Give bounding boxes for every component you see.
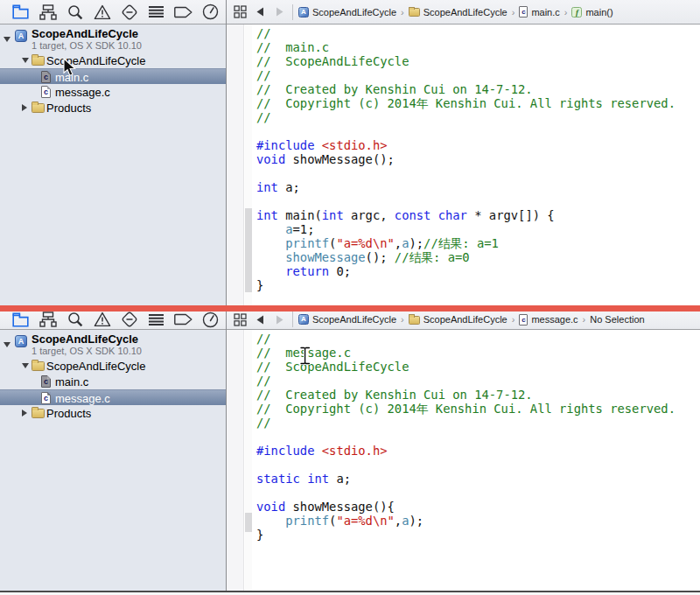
code-line[interactable]: printf("a=%d\n",a); <box>256 514 700 528</box>
log-navigator-icon[interactable] <box>197 312 224 328</box>
report-navigator-icon[interactable] <box>143 312 170 328</box>
code-view[interactable]: //// main.c// ScopeAndLifeCycle//// Crea… <box>256 26 700 292</box>
code-line[interactable]: int a; <box>256 180 700 194</box>
code-line[interactable]: } <box>256 278 700 292</box>
code-token: showMessage(){ <box>285 500 395 514</box>
back-button[interactable] <box>250 315 270 325</box>
symbol-navigator-icon[interactable] <box>34 4 61 21</box>
log-navigator-icon[interactable] <box>197 4 224 21</box>
issue-navigator-icon[interactable] <box>88 312 116 328</box>
code-line[interactable]: int main(int argc, const char * argv[]) … <box>256 208 700 222</box>
code-line[interactable] <box>256 194 700 208</box>
code-line[interactable]: void showMessage(); <box>256 152 700 166</box>
code-line[interactable]: // ScopeAndLifeCycle <box>256 360 700 374</box>
forward-button[interactable] <box>270 7 289 17</box>
breadcrumb-item[interactable]: cmessage.c <box>519 314 578 326</box>
tree-row-products[interactable]: Products <box>0 405 226 421</box>
code-line[interactable]: // main.c <box>256 40 700 54</box>
issue-navigator-icon[interactable] <box>88 4 116 21</box>
breadcrumb-item[interactable]: ScopeAndLifeCycle <box>409 314 508 325</box>
code-line[interactable]: // <box>256 332 700 346</box>
code-token: // <box>256 416 271 430</box>
tree-row-products[interactable]: Products <box>0 100 226 116</box>
tree-row-scopeandlifecycle[interactable]: ScopeAndLifeCycle <box>0 52 226 68</box>
project-subtitle: 1 target, OS X SDK 10.10 <box>32 346 142 356</box>
tree-row-main-c[interactable]: cmain.c <box>0 374 226 389</box>
project-icon: A <box>298 314 309 325</box>
breadcrumb-item[interactable]: cmain.c <box>519 6 559 18</box>
breadcrumb-item[interactable]: fmain() <box>571 7 612 18</box>
tag-navigator-icon[interactable] <box>170 4 197 21</box>
code-line[interactable]: // Created by Kenshin Cui on 14-7-12. <box>256 388 700 402</box>
report-navigator-icon[interactable] <box>143 4 170 21</box>
code-line[interactable]: // ScopeAndLifeCycle <box>256 54 700 68</box>
code-line[interactable] <box>256 486 700 500</box>
code-line[interactable]: // Created by Kenshin Cui on 14-7-12. <box>256 82 700 96</box>
sidebar-editor-divider[interactable] <box>226 312 227 591</box>
tag-navigator-icon[interactable] <box>170 312 197 328</box>
find-navigator-icon[interactable] <box>61 4 88 21</box>
breakpoint-navigator-icon[interactable] <box>116 312 143 328</box>
code-line[interactable]: // <box>256 374 700 388</box>
project-navigator-icon[interactable] <box>7 312 34 328</box>
code-token: ); <box>409 514 424 528</box>
source-editor[interactable]: //// message.c// ScopeAndLifeCycle//// C… <box>227 330 700 591</box>
disclosure-triangle-icon[interactable] <box>22 363 29 368</box>
code-line[interactable]: showMessage(); //结果: a=0 <box>256 250 700 264</box>
code-line[interactable]: printf("a=%d\n",a);//结果: a=1 <box>256 236 700 250</box>
code-line[interactable]: // message.c <box>256 346 700 360</box>
tree-row-main-c[interactable]: cmain.c <box>0 68 226 84</box>
related-items-icon[interactable] <box>229 5 250 18</box>
code-view[interactable]: //// message.c// ScopeAndLifeCycle//// C… <box>256 332 700 542</box>
breadcrumb-label: ScopeAndLifeCycle <box>312 7 396 18</box>
code-line[interactable] <box>256 458 700 472</box>
breadcrumb-item[interactable]: AScopeAndLifeCycle <box>298 314 396 325</box>
tree-row-message-c[interactable]: cmessage.c <box>0 84 226 100</box>
code-line[interactable] <box>256 124 700 138</box>
breakpoint-navigator-icon[interactable] <box>116 4 143 21</box>
symbol-navigator-icon[interactable] <box>34 312 61 328</box>
code-line[interactable]: static int a; <box>256 472 700 486</box>
code-line[interactable] <box>256 430 700 444</box>
code-fold-ribbon[interactable] <box>245 24 252 305</box>
code-line[interactable]: void showMessage(){ <box>256 500 700 514</box>
code-line[interactable]: // <box>256 26 700 40</box>
tree-item-label: main.c <box>55 375 88 388</box>
code-line[interactable]: // Copyright (c) 2014年 Kenshin Cui. All … <box>256 402 700 416</box>
tree-row-project[interactable]: AScopeAndLifeCycle1 target, OS X SDK 10.… <box>0 26 226 52</box>
sidebar-editor-divider[interactable] <box>226 0 227 305</box>
disclosure-triangle-icon[interactable] <box>22 410 27 416</box>
code-line[interactable]: // <box>256 110 700 124</box>
tree-row-scopeandlifecycle[interactable]: ScopeAndLifeCycle <box>0 358 226 374</box>
code-token: , <box>395 514 402 528</box>
disclosure-triangle-icon[interactable] <box>4 37 10 42</box>
related-items-icon[interactable] <box>229 313 250 326</box>
code-line[interactable] <box>256 166 700 180</box>
breadcrumb-item[interactable]: AScopeAndLifeCycle <box>298 7 396 18</box>
code-line[interactable]: return 0; <box>256 264 700 278</box>
disclosure-triangle-icon[interactable] <box>22 58 29 63</box>
disclosure-triangle-icon[interactable] <box>22 104 27 111</box>
code-line[interactable]: #include <stdio.h> <box>256 138 700 152</box>
find-navigator-icon[interactable] <box>61 312 88 328</box>
fold-region-showmessage-body[interactable] <box>245 513 252 532</box>
code-line[interactable]: } <box>256 528 700 542</box>
project-navigator-icon[interactable] <box>7 4 34 21</box>
code-line[interactable]: a=1; <box>256 222 700 236</box>
editor-gutter <box>227 24 244 305</box>
source-editor[interactable]: //// main.c// ScopeAndLifeCycle//// Crea… <box>227 24 700 305</box>
back-button[interactable] <box>250 7 270 17</box>
disclosure-triangle-icon[interactable] <box>4 342 10 347</box>
code-fold-ribbon[interactable] <box>245 330 252 591</box>
breadcrumb-item[interactable]: No Selection <box>590 314 644 325</box>
code-line[interactable]: // Copyright (c) 2014年 Kenshin Cui. All … <box>256 96 700 110</box>
code-line[interactable]: // <box>256 68 700 82</box>
code-line[interactable]: // <box>256 416 700 430</box>
code-token <box>256 236 285 250</box>
tree-row-project[interactable]: AScopeAndLifeCycle1 target, OS X SDK 10.… <box>0 332 226 358</box>
tree-row-message-c[interactable]: cmessage.c <box>0 389 226 405</box>
forward-button[interactable] <box>270 315 289 325</box>
breadcrumb-item[interactable]: ScopeAndLifeCycle <box>409 7 508 18</box>
fold-region-main-function[interactable] <box>245 208 252 292</box>
code-line[interactable]: #include <stdio.h> <box>256 444 700 458</box>
